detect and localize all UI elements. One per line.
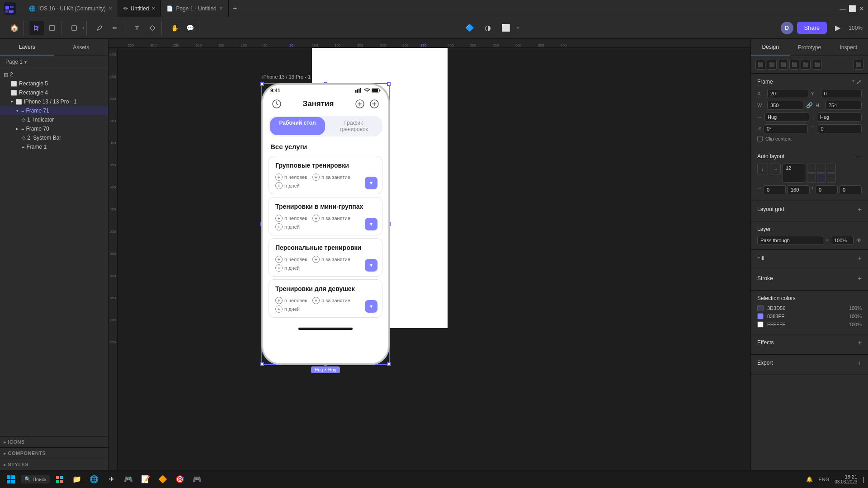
taskbar-notion[interactable]: 📝 [138,472,153,487]
distribute-h[interactable]: ⬛ [854,60,863,70]
taskbar-telegram[interactable]: ✈ [104,472,118,487]
stroke-add[interactable]: + [858,275,862,282]
layer-frame70-expand[interactable]: ▸ [16,127,19,131]
play-button[interactable]: ▶ [830,21,845,35]
effects-add[interactable]: + [858,339,862,346]
card-group-training[interactable]: Групповые тренировки + n человек + [269,156,382,194]
align-center-h[interactable]: ⬛ [767,60,777,70]
align-center-v[interactable]: ⬛ [801,60,811,70]
tab-schedule[interactable]: График тренировок [326,117,381,135]
share-button[interactable]: Share [797,22,827,34]
comment-tool[interactable]: 💬 [183,21,197,35]
tab-workdesk[interactable]: Рабочий стол [270,117,325,135]
zoom-level[interactable]: 100% [849,25,863,31]
frame-tool[interactable] [45,21,59,35]
taskbar-app1[interactable]: 🔶 [156,472,170,487]
al-grid-mr[interactable]: · [827,174,836,183]
layer-systembar[interactable]: ◇ 2. System Bar [0,133,108,142]
card-personal[interactable]: Персональные тренировки + n человек [269,238,382,277]
right-tab-design[interactable]: Design [751,39,790,56]
tab-close-untitled[interactable]: ✕ [151,6,155,11]
al-down-icon[interactable]: ↓ [757,164,768,174]
al-grid-ml[interactable]: · [807,174,816,183]
home-tool[interactable]: 🏠 [7,21,22,35]
w-input[interactable]: 350 [767,101,803,110]
al-pad-right[interactable]: 160 [788,185,810,194]
community-icon[interactable]: 🔷 [462,21,477,35]
layer-rect5[interactable]: ⬜ Rectangle 5 [0,79,108,88]
layer-indicator[interactable]: ◇ 1. Indicator [0,115,108,124]
header-plus-icon[interactable] [354,98,366,110]
tab-layers[interactable]: Layers [0,39,54,56]
minimize-button[interactable]: — [840,5,846,12]
w-constraint[interactable]: Hug [764,113,809,122]
icons-section[interactable]: ▸ ICONS [0,436,108,447]
clip-content-checkbox[interactable] [757,136,763,141]
frame-expand-icon[interactable]: ⤢ [856,78,862,85]
pencil-tool[interactable]: ✏ [108,21,122,35]
corner-input[interactable]: 0 [818,124,862,133]
layer-frame70[interactable]: ▸ = Frame 70 [0,124,108,133]
pen-tool[interactable] [92,21,107,35]
show-desktop-icon[interactable]: | [863,476,864,483]
h-constraint[interactable]: Hug [817,113,862,122]
layer-2[interactable]: ▤ 2 [0,70,108,79]
layer-frame71[interactable]: ▾ = Frame 71 [0,106,108,115]
frame-caret[interactable]: ▾ [852,78,854,85]
tab-add-button[interactable]: + [229,5,241,13]
styles-section[interactable]: ▸ STYLES [0,459,108,470]
taskbar-steam[interactable]: 🎮 [190,472,204,487]
system-icons[interactable]: 🔔 [806,476,813,483]
header-menu-icon[interactable] [368,98,381,110]
page-selector[interactable]: Page 1 ▾ [0,56,108,68]
wh-link-icon[interactable]: 🔗 [806,102,813,108]
card-3-arrow[interactable]: ▾ [365,259,377,272]
component-tool[interactable] [145,21,160,35]
color-swatch-2[interactable] [757,313,764,319]
layer-iphone[interactable]: ▾ ⬜ iPhone 13 / 13 Pro - 1 [0,97,108,106]
align-left[interactable]: ⬛ [755,60,765,70]
canvas-content[interactable]: iPhone 13 / 13 Pro - 1 Hug × Hug [118,48,750,470]
header-clock-icon[interactable] [270,98,283,110]
x-input[interactable]: 20 [767,89,808,98]
right-tab-inspect[interactable]: Inspect [829,39,868,56]
al-gap[interactable]: 12 [783,164,805,183]
al-grid-tl[interactable]: · [807,164,816,173]
color-swatch-1[interactable] [757,305,764,311]
align-bottom[interactable]: ⬛ [812,60,822,70]
taskbar-app2[interactable]: 🎯 [173,472,187,487]
al-pad-left[interactable]: 0 [764,185,786,194]
text-tool[interactable]: T [130,21,144,35]
handle-tl[interactable] [260,82,264,86]
card-4-arrow[interactable]: ▾ [365,300,377,313]
tab-assets[interactable]: Assets [54,39,108,56]
al-pad-top[interactable]: 0 [816,185,838,194]
close-button[interactable]: ✕ [859,5,864,12]
taskbar-chrome[interactable]: 🌐 [87,472,101,487]
taskbar-figma[interactable] [52,472,67,487]
multiplayer-icon[interactable]: ⬜ [499,21,513,35]
user-avatar[interactable]: D [781,22,793,34]
auto-layout-add[interactable]: — [855,153,862,160]
color-swatch-3[interactable] [757,321,764,328]
h-input[interactable]: 754 [826,101,862,110]
layer-iphone-expand[interactable]: ▾ [11,99,13,104]
tab-page1[interactable]: 📄 Page 1 - Untitled ✕ [161,0,228,17]
align-top[interactable]: ⬛ [789,60,799,70]
tab-close-page1[interactable]: ✕ [219,6,223,11]
align-right[interactable]: ⬛ [778,60,788,70]
components-section[interactable]: ▸ COMPONENTS [0,447,108,459]
taskbar-folder[interactable]: 📁 [70,472,84,487]
taskbar-discord[interactable]: 🎮 [121,472,136,487]
tab-close-ios[interactable]: ✕ [108,6,112,11]
card-2-arrow[interactable]: ▾ [365,218,377,230]
maximize-button[interactable]: ⬜ [849,5,856,12]
handle-br[interactable] [387,362,391,366]
shape-tool[interactable] [67,21,81,35]
layer-frame1[interactable]: = Frame 1 [0,142,108,151]
al-pad-bottom[interactable]: 0 [840,185,862,194]
right-tab-prototype[interactable]: Prototype [790,39,829,56]
hand-tool[interactable]: ✋ [167,21,182,35]
rotation-input[interactable]: 0° [764,124,808,133]
card-girls[interactable]: Тренировки для девушек + n человек [269,279,382,318]
